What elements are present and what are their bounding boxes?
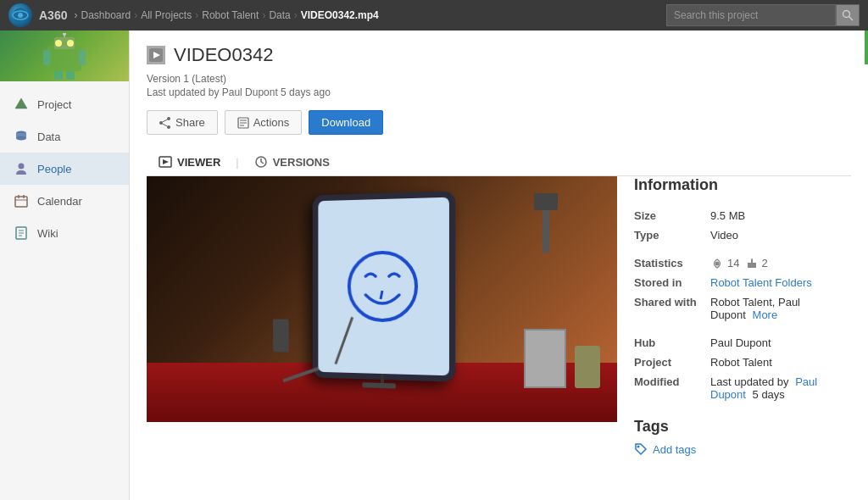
hub-value: Paul Dupont xyxy=(710,333,834,353)
svg-point-14 xyxy=(63,33,66,36)
svg-marker-40 xyxy=(163,159,169,164)
viewer-info-layout: Information Size 9.5 MB Type Video Stati… xyxy=(147,176,851,456)
app-logo[interactable] xyxy=(8,3,32,27)
project-icon xyxy=(14,97,29,112)
svg-point-46 xyxy=(715,261,720,265)
svg-rect-9 xyxy=(43,50,50,65)
shared-more[interactable]: More xyxy=(753,308,778,321)
download-button[interactable]: Download xyxy=(309,110,383,135)
stats-label: Statistics xyxy=(634,253,710,273)
svg-rect-10 xyxy=(79,50,86,65)
sidebar-item-wiki[interactable]: Wiki xyxy=(0,217,129,249)
sidebar-item-calendar[interactable]: Calendar xyxy=(0,185,129,217)
sidebar-label-people: People xyxy=(37,163,71,175)
tab-separator: | xyxy=(232,156,242,169)
updated-info: Last updated by Paul Dupont 5 days ago xyxy=(147,86,851,98)
size-label: Size xyxy=(634,206,710,225)
share-label: Share xyxy=(175,116,205,129)
svg-point-19 xyxy=(19,164,25,169)
actions-button[interactable]: Actions xyxy=(225,110,303,135)
download-label: Download xyxy=(321,116,370,129)
breadcrumb-sep0: › xyxy=(74,9,77,21)
stored-value[interactable]: Robot Talent Folders xyxy=(710,276,812,289)
svg-rect-12 xyxy=(66,71,75,80)
main-layout: Project Data xyxy=(0,31,868,500)
file-type-icon xyxy=(147,46,165,64)
type-value: Video xyxy=(710,225,834,245)
info-row-project: Project Robot Talent xyxy=(634,353,834,372)
video-preview[interactable] xyxy=(147,176,617,422)
people-icon xyxy=(14,161,29,176)
versions-tab-icon xyxy=(254,155,268,169)
breadcrumb-sep2: › xyxy=(195,9,198,21)
sidebar-item-project[interactable]: Project xyxy=(0,88,129,120)
sidebar: Project Data xyxy=(0,31,130,500)
modified-label: Modified xyxy=(634,372,710,404)
file-header: VIDEO0342 xyxy=(147,44,851,66)
search-icon xyxy=(842,9,854,21)
breadcrumb-robottalent[interactable]: Robot Talent xyxy=(202,9,259,21)
search-button[interactable] xyxy=(836,4,860,26)
likes-count: 2 xyxy=(761,257,767,269)
viewer-tabs: VIEWER | VERSIONS xyxy=(147,148,851,176)
version-info: Version 1 (Latest) xyxy=(147,73,851,85)
project-image xyxy=(0,31,129,81)
svg-point-2 xyxy=(18,13,23,18)
sidebar-item-people[interactable]: People xyxy=(0,153,129,185)
tab-viewer[interactable]: VIEWER xyxy=(147,148,232,175)
actions-label: Actions xyxy=(253,116,290,129)
shared-label: Shared with xyxy=(634,292,710,325)
info-row-hub: Hub Paul Dupont xyxy=(634,333,834,353)
file-title: VIDEO0342 xyxy=(174,44,273,66)
wiki-icon xyxy=(14,225,29,241)
tab-versions[interactable]: VERSIONS xyxy=(242,148,342,175)
sidebar-label-wiki: Wiki xyxy=(37,227,58,240)
svg-rect-20 xyxy=(15,197,27,207)
data-icon xyxy=(14,129,29,144)
sidebar-item-data[interactable]: Data xyxy=(0,120,129,153)
breadcrumb: › Dashboard › All Projects › Robot Talen… xyxy=(74,9,378,21)
stored-label: Stored in xyxy=(634,273,710,292)
breadcrumb-allprojects[interactable]: All Projects xyxy=(141,9,192,21)
topnav: A360 › Dashboard › All Projects › Robot … xyxy=(0,0,868,31)
versions-tab-label: VERSIONS xyxy=(273,156,330,169)
brand-label: A360 xyxy=(39,8,67,22)
breadcrumb-dashboard[interactable]: Dashboard xyxy=(81,9,131,21)
size-value: 9.5 MB xyxy=(710,206,834,225)
breadcrumb-sep4: › xyxy=(294,9,298,21)
video-content xyxy=(147,176,617,422)
share-button[interactable]: Share xyxy=(147,110,218,135)
calendar-icon xyxy=(14,193,29,208)
smiley-face xyxy=(341,243,425,329)
info-table: Size 9.5 MB Type Video Statistics xyxy=(634,206,834,404)
info-panel: Information Size 9.5 MB Type Video Stati… xyxy=(617,176,851,456)
svg-point-47 xyxy=(637,446,640,448)
svg-line-34 xyxy=(163,124,168,126)
stats-values: 14 2 xyxy=(710,253,834,273)
svg-rect-11 xyxy=(54,71,63,80)
likes-stat: 2 xyxy=(746,257,767,269)
eye-icon xyxy=(710,258,724,269)
views-stat: 14 xyxy=(710,257,739,269)
info-row-modified: Modified Last updated by Paul Dupont 5 d… xyxy=(634,372,834,404)
hub-label: Hub xyxy=(634,333,710,353)
info-row-type: Type Video xyxy=(634,225,834,245)
info-row-stats: Statistics 14 xyxy=(634,253,834,273)
breadcrumb-data[interactable]: Data xyxy=(269,9,290,21)
project-value: Robot Talent xyxy=(710,353,834,372)
info-row-size: Size 9.5 MB xyxy=(634,206,834,225)
thumb-icon xyxy=(746,258,758,269)
svg-point-3 xyxy=(843,11,850,18)
add-tag-button[interactable]: Add tags xyxy=(634,442,834,456)
views-count: 14 xyxy=(727,257,739,269)
sidebar-label-data: Data xyxy=(37,131,60,143)
search-area xyxy=(666,4,860,26)
svg-line-33 xyxy=(163,119,168,122)
svg-line-45 xyxy=(381,291,382,299)
svg-line-4 xyxy=(849,17,854,21)
sidebar-nav: Project Data xyxy=(0,81,129,500)
shared-value: Robot Talent, Paul Dupont More xyxy=(710,292,834,325)
search-input[interactable] xyxy=(666,4,836,26)
action-buttons: Share Actions Download xyxy=(147,110,851,135)
tags-title: Tags xyxy=(634,418,834,436)
